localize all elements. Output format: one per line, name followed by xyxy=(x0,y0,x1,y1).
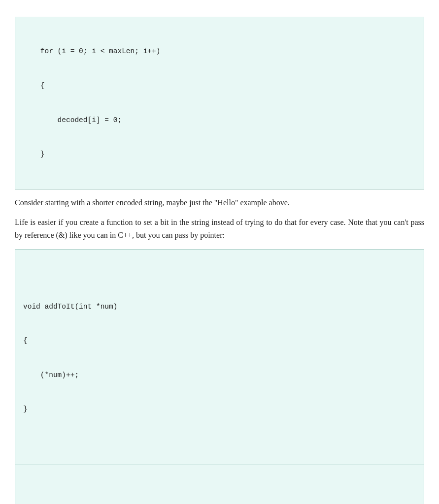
code-block-2: void addToIt(int *num) { (*num)++; } // … xyxy=(15,249,424,504)
code-line: { xyxy=(23,80,416,92)
code-line: { xyxy=(23,335,416,346)
code-section-1: void addToIt(int *num) { (*num)++; } xyxy=(23,278,416,438)
code-line: void addToIt(int *num) xyxy=(23,301,416,313)
code-line: } xyxy=(23,404,416,415)
paragraph-1: Consider starting with a shorter encoded… xyxy=(15,196,424,209)
code-line: decoded[i] = 0; xyxy=(23,115,416,126)
code-section-2: // Calling this addToIt(&bit); xyxy=(23,488,416,504)
code-line: for (i = 0; i < maxLen; i++) xyxy=(23,46,416,57)
code-line: (*num)++; xyxy=(23,370,416,381)
code-block-1: for (i = 0; i < maxLen; i++) { decoded[i… xyxy=(15,17,424,189)
paragraph-2: Life is easier if you create a function … xyxy=(15,216,424,242)
code-line: } xyxy=(23,149,416,160)
content-wrapper: for (i = 0; i < maxLen; i++) { decoded[i… xyxy=(15,17,424,504)
